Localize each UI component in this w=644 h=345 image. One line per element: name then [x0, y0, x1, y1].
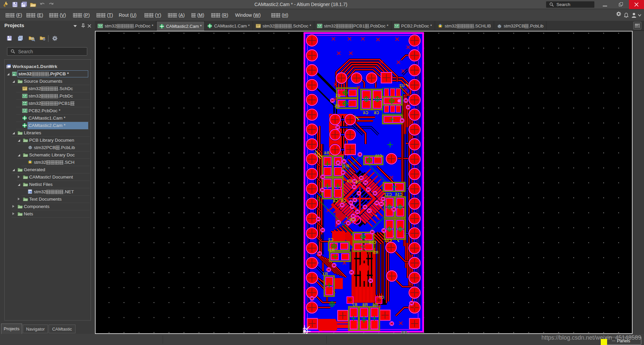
svg-text:R3: R3 — [343, 164, 349, 168]
svg-text:N: N — [29, 191, 31, 193]
svg-text:R2: R2 — [329, 248, 334, 253]
svg-text:U2: U2 — [399, 83, 405, 88]
svg-text:C9: C9 — [341, 199, 346, 203]
svg-text:R1: R1 — [322, 272, 328, 276]
svg-text:C7: C7 — [379, 295, 384, 300]
svg-text:R5: R5 — [373, 250, 378, 255]
svg-text:C8: C8 — [333, 199, 338, 203]
svg-text:C1: C1 — [335, 93, 340, 98]
svg-text:C2: C2 — [328, 237, 333, 242]
svg-text:C12: C12 — [384, 238, 392, 243]
svg-text:C4: C4 — [347, 179, 352, 184]
svg-text:C5: C5 — [334, 104, 340, 109]
svg-text:C9: C9 — [350, 217, 355, 222]
svg-text:C10: C10 — [369, 240, 376, 245]
svg-text:C6: C6 — [355, 180, 361, 185]
svg-text:R4: R4 — [324, 151, 329, 155]
svg-text:C13: C13 — [384, 192, 392, 197]
svg-text:R6: R6 — [372, 302, 378, 307]
svg-text:C4: C4 — [363, 111, 368, 115]
svg-text:C11: C11 — [375, 154, 382, 158]
svg-text:R8: R8 — [362, 302, 368, 307]
svg-text:C6: C6 — [374, 111, 379, 115]
svg-text:C14: C14 — [395, 192, 402, 197]
svg-text:R7: R7 — [352, 302, 357, 307]
